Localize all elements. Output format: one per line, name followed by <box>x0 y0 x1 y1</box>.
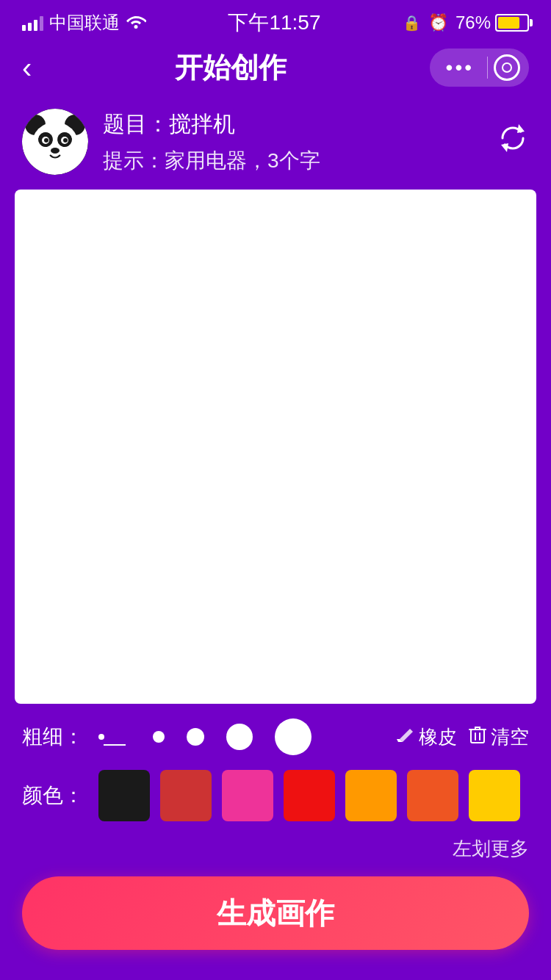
brush-size-5[interactable] <box>275 718 311 755</box>
avatar <box>22 109 88 175</box>
brush-size-1[interactable] <box>98 734 104 740</box>
battery-icon <box>495 14 529 32</box>
svg-point-10 <box>51 148 60 154</box>
eraser-button[interactable]: 橡皮 <box>394 724 457 750</box>
record-inner <box>502 62 512 73</box>
generate-button[interactable]: 生成画作 <box>22 876 529 950</box>
tools-section: 粗细： 橡皮 <box>0 704 551 829</box>
topic-hint: 提示：家用电器，3个字 <box>103 147 482 175</box>
eraser-clear: 橡皮 清空 <box>394 724 529 750</box>
color-swatch-black[interactable] <box>98 770 150 821</box>
color-swatch-dark-red[interactable] <box>160 770 212 821</box>
brush-size-row: 粗细： 橡皮 <box>22 718 529 755</box>
nav-divider <box>487 57 488 79</box>
status-right: 🔒 ⏰ 76% <box>403 12 529 33</box>
topic-section: 题目：搅拌机 提示：家用电器，3个字 <box>0 101 551 190</box>
brush-size-2[interactable] <box>153 731 165 743</box>
more-button[interactable]: ••• <box>439 56 481 79</box>
alarm-icon: ⏰ <box>428 13 448 32</box>
eraser-icon <box>394 724 414 750</box>
color-swatch-burnt-orange[interactable] <box>407 770 458 821</box>
clear-label: 清空 <box>491 724 529 750</box>
brush-size-3[interactable] <box>187 728 204 746</box>
carrier-text: 中国联通 <box>49 11 120 35</box>
svg-rect-11 <box>471 729 484 743</box>
topic-hint-label: 提示：家用电器，3个字 <box>103 149 320 172</box>
clear-button[interactable]: 清空 <box>469 724 529 750</box>
color-swatch-hot-pink[interactable] <box>222 770 273 821</box>
svg-point-8 <box>44 138 48 143</box>
record-button[interactable] <box>494 54 520 81</box>
brush-size-4[interactable] <box>226 724 253 750</box>
slide-hint: 左划更多 <box>0 829 551 869</box>
eraser-label: 橡皮 <box>419 724 457 750</box>
nav-bar: ‹ 开始创作 ••• <box>0 41 551 101</box>
color-swatch-orange[interactable] <box>345 770 397 821</box>
status-bar: 中国联通 下午11:57 🔒 ⏰ 76% <box>0 0 551 41</box>
svg-point-3 <box>32 122 79 169</box>
lock-icon: 🔒 <box>403 14 421 32</box>
battery-percent: 76% <box>455 12 491 33</box>
color-swatch-red[interactable] <box>284 770 335 821</box>
nav-actions[interactable]: ••• <box>430 48 529 87</box>
color-swatches <box>98 770 529 821</box>
refresh-button[interactable] <box>497 122 529 162</box>
battery-container: 76% <box>455 12 529 33</box>
trash-icon <box>469 724 486 750</box>
color-row: 颜色： <box>22 770 529 821</box>
panda-avatar <box>22 109 88 175</box>
color-label: 颜色： <box>22 782 84 810</box>
wifi-icon <box>126 12 146 33</box>
page-title: 开始创作 <box>175 49 287 87</box>
status-time: 下午11:57 <box>228 9 320 37</box>
signal-bars <box>22 15 43 31</box>
brush-sizes <box>98 718 379 755</box>
brush-size-selected-wrapper[interactable] <box>98 734 131 740</box>
color-swatch-yellow[interactable] <box>469 770 520 821</box>
brush-label: 粗细： <box>22 723 84 751</box>
status-left: 中国联通 <box>22 11 146 35</box>
drawing-canvas[interactable] <box>15 190 536 704</box>
svg-point-9 <box>63 138 68 143</box>
battery-fill <box>498 17 519 29</box>
back-button[interactable]: ‹ <box>22 53 32 82</box>
topic-info: 题目：搅拌机 提示：家用电器，3个字 <box>103 109 482 175</box>
topic-title: 题目：搅拌机 <box>103 109 482 140</box>
topic-title-label: 题目：搅拌机 <box>103 112 235 136</box>
